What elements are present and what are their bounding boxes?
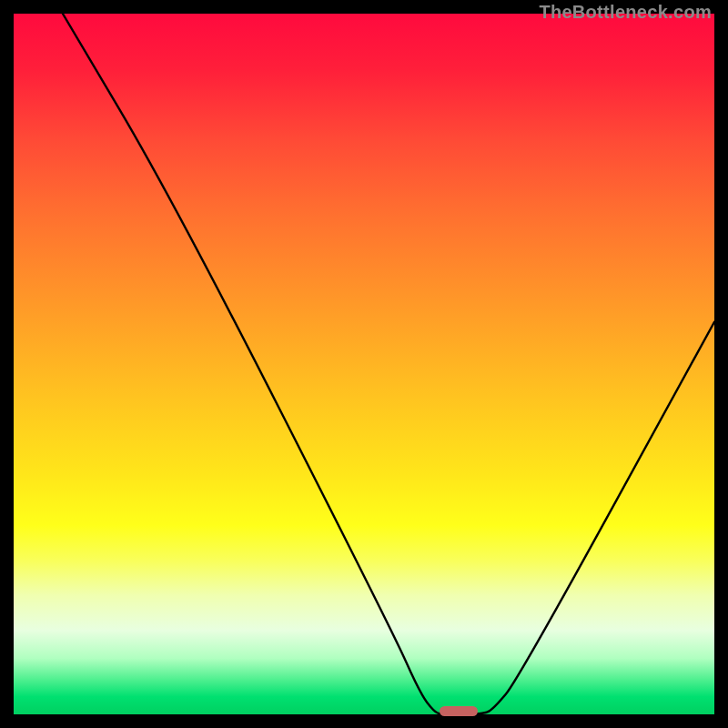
chart-plot-area	[14, 14, 714, 714]
watermark-text: TheBottleneck.com	[539, 2, 712, 23]
optimal-point-marker	[440, 706, 478, 716]
chart-frame: TheBottleneck.com	[0, 0, 728, 728]
bottleneck-curve	[14, 14, 714, 714]
